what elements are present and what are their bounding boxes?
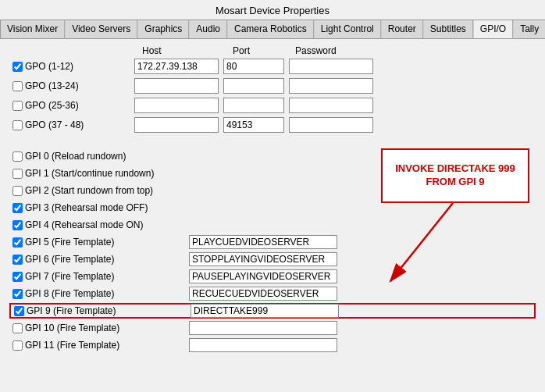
gpi-template-input-8[interactable] (189, 287, 337, 301)
gpi-label-0: GPI 0 (Reload rundown) (25, 151, 189, 162)
gpi-template-input-5[interactable] (189, 235, 337, 249)
tab-vision-mixer[interactable]: Vision Mixer (0, 20, 65, 38)
host-label: Host (142, 45, 228, 56)
tab-gpi-o[interactable]: GPI/O (473, 20, 513, 38)
tab-tally[interactable]: Tally (513, 20, 545, 38)
gpi-template-input-6[interactable] (189, 252, 337, 266)
gpo-host-input-3[interactable] (134, 117, 219, 133)
gpi-row: GPI 7 (Fire Template) (9, 269, 536, 284)
tab-audio[interactable]: Audio (189, 20, 227, 38)
gpi-row: GPI 10 (Fire Template) (9, 320, 536, 336)
callout-box: INVOKE DIRECTAKE 999 FROM GPI 9 (381, 148, 529, 203)
gpo-password-input-3[interactable] (289, 117, 373, 133)
gpi-checkbox-10[interactable] (12, 323, 23, 333)
gpo-password-input-2[interactable] (289, 98, 373, 113)
gpo-port-input-1[interactable] (223, 78, 284, 94)
gpo-row: GPO (37 - 48) (9, 116, 536, 134)
gpi-checkbox-8[interactable] (12, 289, 23, 299)
gpi-row: GPI 8 (Fire Template) (9, 286, 536, 301)
gpi-row: GPI 4 (Rehearsal mode ON) (9, 217, 536, 233)
gpi-label-10: GPI 10 (Fire Template) (25, 323, 189, 333)
gpi-label-7: GPI 7 (Fire Template) (25, 271, 189, 282)
gpo-label-3: GPO (37 - 48) (25, 119, 134, 130)
column-labels: Host Port Password (142, 45, 536, 56)
gpi-label-1: GPI 1 (Start/continue rundown) (25, 168, 189, 179)
gpo-label-0: GPO (1-12) (25, 61, 134, 72)
gpo-password-input-0[interactable] (289, 59, 373, 74)
content-area: Host Port Password GPO (1-12)GPO (13-24)… (0, 39, 545, 392)
gpi-checkbox-0[interactable] (12, 151, 23, 162)
gpi-label-6: GPI 6 (Fire Template) (25, 254, 189, 265)
gpi-row: GPI 9 (Fire Template) (9, 303, 536, 319)
gpi-checkbox-4[interactable] (12, 220, 23, 230)
gpi-label-9: GPI 9 (Fire Template) (27, 305, 191, 316)
gpi-row: GPI 5 (Fire Template) (9, 234, 536, 250)
gpi-label-2: GPI 2 (Start rundown from top) (25, 185, 189, 196)
gpo-row: GPO (13-24) (9, 77, 536, 94)
gpi-row: GPI 11 (Fire Template) (9, 337, 536, 353)
tab-light-control[interactable]: Light Control (314, 20, 381, 38)
gpi-checkbox-3[interactable] (12, 203, 23, 213)
gpo-host-input-1[interactable] (134, 78, 219, 94)
tab-video-servers[interactable]: Video Servers (65, 20, 137, 38)
gpi-checkbox-11[interactable] (12, 340, 23, 351)
tab-graphics[interactable]: Graphics (137, 20, 189, 38)
main-window: Mosart Device Properties Vision MixerVid… (0, 0, 545, 392)
tab-router[interactable]: Router (381, 20, 423, 38)
gpo-checkbox-0[interactable] (12, 62, 23, 72)
gpi-label-4: GPI 4 (Rehearsal mode ON) (25, 219, 189, 230)
port-label: Port (233, 45, 295, 56)
window-title: Mosart Device Properties (216, 5, 329, 16)
gpo-label-2: GPO (25-36) (25, 100, 134, 111)
gpo-row: GPO (1-12) (9, 58, 536, 75)
gpi-label-3: GPI 3 (Rehearsal mode OFF) (25, 202, 189, 213)
gpi-checkbox-6[interactable] (12, 255, 23, 265)
gpi-template-input-10[interactable] (189, 321, 337, 335)
gpo-host-input-2[interactable] (134, 98, 219, 113)
gpi-label-8: GPI 8 (Fire Template) (25, 288, 189, 299)
gpo-port-input-3[interactable] (223, 117, 284, 133)
gpo-label-1: GPO (13-24) (25, 80, 134, 91)
title-bar: Mosart Device Properties (0, 0, 545, 20)
gpi-template-input-7[interactable] (189, 269, 337, 283)
gpi-label-5: GPI 5 (Fire Template) (25, 237, 189, 248)
gpo-section: GPO (1-12)GPO (13-24)GPO (25-36)GPO (37 … (9, 58, 536, 134)
gpo-password-input-1[interactable] (289, 78, 373, 94)
gpo-port-input-0[interactable] (223, 59, 284, 74)
gpi-checkbox-5[interactable] (12, 237, 23, 248)
gpi-row: GPI 6 (Fire Template) (9, 251, 536, 267)
password-label: Password (295, 45, 337, 56)
tab-subtitles[interactable]: Subtitles (423, 20, 473, 38)
gpo-port-input-2[interactable] (223, 98, 284, 113)
gpi-template-input-9[interactable] (191, 304, 339, 318)
gpi-checkbox-7[interactable] (12, 272, 23, 282)
gpo-host-input-0[interactable] (134, 59, 219, 74)
tab-bar: Vision MixerVideo ServersGraphicsAudioCa… (0, 20, 545, 39)
tab-camera-robotics[interactable]: Camera Robotics (227, 20, 314, 38)
gpo-checkbox-2[interactable] (12, 101, 23, 111)
gpi-label-11: GPI 11 (Fire Template) (25, 340, 189, 351)
gpo-checkbox-1[interactable] (12, 81, 23, 91)
gpo-checkbox-3[interactable] (12, 120, 23, 130)
gpo-row: GPO (25-36) (9, 97, 536, 114)
gpi-checkbox-9[interactable] (14, 306, 24, 316)
gpi-checkbox-1[interactable] (12, 169, 23, 179)
gpi-template-input-11[interactable] (189, 338, 337, 352)
callout-text: INVOKE DIRECTAKE 999 FROM GPI 9 (387, 162, 523, 189)
gpi-checkbox-2[interactable] (12, 186, 23, 196)
